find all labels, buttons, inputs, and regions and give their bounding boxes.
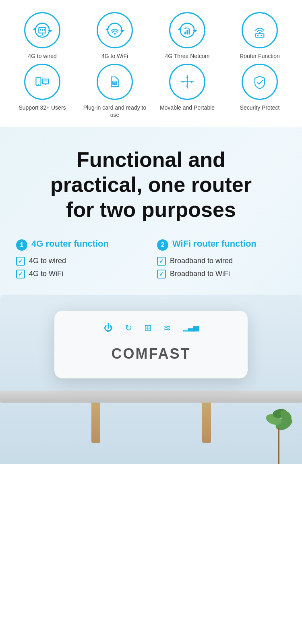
feature-security: Security Protect (225, 64, 294, 118)
check-icon-1 (16, 257, 25, 266)
svg-rect-4 (42, 29, 43, 31)
function2-item1: Broadband to wired (157, 257, 286, 266)
svg-point-22 (38, 84, 39, 85)
svg-rect-16 (188, 29, 190, 35)
svg-marker-1 (48, 30, 52, 32)
wifi-status-icon: ≋ (163, 323, 171, 333)
svg-marker-11 (178, 28, 182, 30)
feature-plugin-card: Plug-in card and ready to use (81, 64, 149, 118)
feature-movable-label: Movable and Portable (160, 104, 215, 111)
feature-4g-wired-label: 4G to wired (28, 52, 57, 60)
feature-router-fn-label: Router Function (240, 52, 280, 60)
feature-4g-wifi-label: 4G to WiFi (101, 52, 128, 60)
table-leg-right (202, 403, 211, 443)
feature-movable: Movable and Portable (153, 64, 221, 118)
svg-rect-14 (184, 31, 186, 34)
function1-header: 1 4G router function (16, 239, 145, 251)
security-icon-circle (242, 64, 278, 100)
function-col-1: 1 4G router function 4G to wired 4G to W… (16, 239, 145, 283)
function1-title: 4G router function (31, 239, 109, 249)
router-fn-icon-circle (242, 12, 278, 48)
feature-4g-wifi: 4G to WiFi (81, 12, 149, 60)
router-status-icons: ⏻ ↻ ⊞ ≋ ▁▃▅ (70, 323, 232, 333)
4g-netcom-icon-circle: 4G (169, 12, 205, 48)
svg-marker-8 (105, 28, 109, 30)
feature-users-label: Support 32+ Users (19, 104, 66, 111)
svg-marker-0 (33, 28, 37, 30)
check-icon-2 (16, 270, 25, 278)
feature-router-fn: Router Function (225, 12, 294, 60)
function-col-2: 2 WiFi router function Broadband to wire… (157, 239, 286, 283)
signal-icon: ▁▃▅ (183, 323, 199, 333)
feature-4g-wired: 4G to wired (8, 12, 77, 60)
svg-point-19 (257, 35, 259, 36)
svg-marker-12 (193, 30, 197, 32)
router-display-area: ⏻ ↻ ⊞ ≋ ▁▃▅ COMFAST (0, 295, 302, 464)
feature-plugin-card-label: Plug-in card and ready to use (81, 104, 149, 118)
table-leg-left (91, 403, 100, 443)
functions-row: 1 4G router function 4G to wired 4G to W… (16, 239, 286, 283)
svg-point-24 (45, 84, 46, 85)
function2-header: 2 WiFi router function (157, 239, 286, 251)
svg-rect-27 (113, 81, 117, 85)
feature-security-label: Security Protect (240, 104, 280, 111)
svg-marker-34 (181, 81, 183, 83)
svg-rect-23 (42, 79, 49, 84)
svg-rect-5 (43, 29, 45, 31)
function2-item2: Broadband to WiFi (157, 270, 286, 278)
svg-text:4G: 4G (184, 26, 189, 30)
users-icon-circle (24, 64, 60, 100)
function2-title: WiFi router function (172, 239, 256, 249)
feature-4g-netcom-label: 4G Three Netcom (165, 52, 209, 60)
svg-rect-18 (256, 34, 264, 37)
router-device: ⏻ ↻ ⊞ ≋ ▁▃▅ COMFAST (54, 311, 248, 378)
main-heading: Functional and practical, one router for… (16, 147, 286, 222)
display-icon: ⊞ (144, 323, 151, 333)
table-surface (0, 391, 302, 403)
svg-rect-3 (40, 29, 41, 31)
svg-marker-35 (191, 81, 194, 83)
4g-wifi-icon-circle (97, 12, 133, 48)
svg-marker-33 (186, 86, 188, 88)
plugin-card-icon-circle (97, 64, 133, 100)
check-icon-3 (157, 257, 166, 266)
function1-item1: 4G to wired (16, 257, 145, 266)
plant-svg (262, 391, 294, 464)
function1-badge: 1 (16, 239, 27, 251)
function2-badge: 2 (157, 239, 168, 251)
check-icon-4 (157, 270, 166, 278)
table-legs (8, 403, 294, 443)
router-brand: COMFAST (70, 345, 232, 362)
feature-grid: 4G to wired 4G to WiFi (0, 0, 302, 127)
feature-users: Support 32+ Users (8, 64, 77, 118)
4g-wired-icon-circle (24, 12, 60, 48)
refresh-icon: ↻ (125, 323, 132, 333)
function1-item2: 4G to WiFi (16, 270, 145, 278)
svg-point-20 (261, 35, 262, 36)
svg-point-10 (114, 33, 116, 35)
svg-marker-9 (120, 30, 124, 32)
power-icon: ⏻ (104, 323, 113, 333)
movable-icon-circle (169, 64, 205, 100)
feature-4g-netcom: 4G 4G Three Netcom (153, 12, 221, 60)
svg-marker-32 (186, 76, 188, 78)
blue-section: Functional and practical, one router for… (0, 127, 302, 464)
plant-decoration (262, 391, 294, 464)
svg-rect-15 (186, 30, 188, 34)
